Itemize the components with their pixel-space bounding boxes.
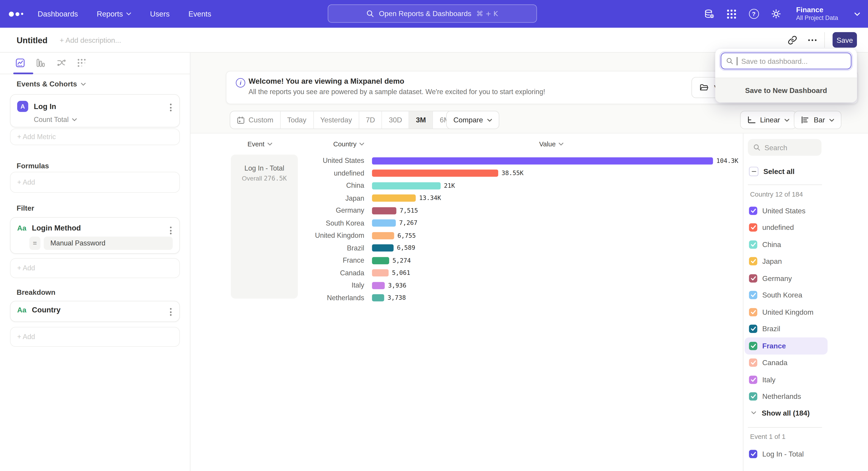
checkbox-checked[interactable] [749, 291, 757, 299]
date-range-segment[interactable]: Custom [230, 111, 281, 128]
nav-item[interactable]: Reports [97, 10, 131, 18]
checkbox-checked[interactable] [749, 392, 757, 401]
filter-list-item[interactable]: undefined [745, 219, 828, 236]
bar-category-label: China [190, 182, 364, 189]
series-search-input[interactable]: Search [748, 139, 822, 156]
bar-value-label: 5,274 [393, 257, 411, 264]
aggregation-selector[interactable]: Count Total [34, 116, 179, 123]
mixpanel-logo[interactable] [9, 11, 23, 16]
checkbox-checked[interactable] [749, 325, 757, 333]
report-title[interactable]: Untitled [17, 35, 48, 45]
events-cohorts-header[interactable]: Events & Cohorts [17, 80, 86, 88]
data-management-icon[interactable] [704, 8, 715, 19]
filter-list-item[interactable]: France [745, 337, 828, 354]
event-column-header[interactable]: Event [248, 140, 272, 148]
filter-options-kebab[interactable] [169, 226, 173, 235]
filter-list-item[interactable]: Germany [745, 270, 828, 287]
add-breakdown-button[interactable]: + Add [10, 327, 180, 347]
checkbox-checked[interactable] [749, 308, 757, 316]
add-metric-button[interactable]: + Add Metric [10, 128, 180, 145]
show-all-button[interactable]: Show all (184) [751, 406, 810, 419]
filter-list-item[interactable]: Log In - Total [745, 445, 839, 463]
checkbox-checked[interactable] [749, 359, 757, 367]
copy-link-icon[interactable] [784, 32, 800, 48]
info-icon: i [236, 78, 245, 88]
filter-list-item[interactable]: Netherlands [745, 388, 828, 405]
bar-value-label: 104.3K [716, 157, 738, 165]
select-all-row[interactable]: Select all [749, 167, 795, 176]
more-actions-button[interactable] [808, 39, 817, 41]
settings-gear-icon[interactable] [771, 8, 781, 19]
bar[interactable] [372, 195, 416, 202]
filter-list-item[interactable]: Canada [745, 354, 828, 371]
banner-subtitle: All the reports you see are powered by a… [249, 88, 545, 96]
filter-list-item[interactable]: Japan [745, 253, 828, 270]
project-switcher[interactable]: Finance All Project Data [796, 5, 838, 22]
checkbox-checked[interactable] [749, 450, 757, 458]
bar[interactable] [372, 282, 385, 289]
checkbox-checked[interactable] [749, 207, 757, 215]
country-column-header[interactable]: Country [333, 140, 364, 148]
metric-card[interactable]: A Log In Count Total [10, 94, 180, 127]
bar[interactable] [372, 207, 397, 214]
filter-card[interactable]: Aa Login Method = Manual Password [10, 217, 180, 254]
bar[interactable] [372, 244, 394, 252]
bar[interactable] [372, 170, 498, 177]
checkbox-checked[interactable] [749, 240, 757, 248]
date-range-segment[interactable]: Today [281, 111, 313, 128]
tab-funnels[interactable] [36, 58, 45, 68]
save-to-new-dashboard-button[interactable]: Save to New Dashboard [715, 78, 857, 102]
nav-item[interactable]: Dashboards [38, 10, 78, 18]
date-range-segment[interactable]: 3M [409, 111, 433, 128]
bar[interactable] [372, 219, 396, 227]
filter-list-item[interactable]: Italy [745, 371, 828, 388]
value-column-header[interactable]: Value [539, 140, 563, 148]
checkbox-indeterminate[interactable] [749, 167, 758, 176]
breakdown-card[interactable]: Aa Country [10, 301, 180, 322]
date-range-segment[interactable]: Yesterday [313, 111, 359, 128]
tab-flows[interactable] [57, 58, 66, 68]
checkbox-checked[interactable] [749, 224, 757, 232]
bar-value-label: 6,589 [397, 244, 415, 252]
help-icon[interactable]: ? [748, 8, 759, 19]
add-formula-button[interactable]: + Add [10, 172, 180, 193]
compare-button[interactable]: Compare [446, 111, 500, 129]
bar[interactable] [372, 257, 389, 264]
nav-item[interactable]: Events [188, 10, 211, 18]
chart-row: United Kingdom 6,755 [190, 229, 743, 242]
filter-list-item[interactable]: United Kingdom [745, 303, 828, 321]
bar[interactable] [372, 269, 389, 277]
metric-options-kebab[interactable] [169, 102, 173, 112]
checkbox-checked[interactable] [749, 257, 757, 266]
save-button[interactable]: Save [833, 32, 857, 48]
global-search-button[interactable]: Open Reports & Dashboards ⌘ + K [328, 4, 537, 23]
bar[interactable] [372, 232, 394, 239]
checkbox-checked[interactable] [749, 274, 757, 283]
filter-operator[interactable]: = [29, 237, 40, 250]
bar[interactable] [372, 294, 384, 301]
filter-list-item[interactable]: China [745, 236, 828, 253]
bar[interactable] [372, 182, 441, 189]
apps-grid-icon[interactable] [726, 8, 737, 19]
chevron-down-icon[interactable] [854, 12, 860, 16]
nav-item[interactable]: Users [150, 10, 169, 18]
checkbox-checked[interactable] [749, 342, 757, 350]
add-filter-button[interactable]: + Add [10, 258, 180, 278]
filter-list-item[interactable]: South Korea [745, 287, 828, 303]
filter-value[interactable]: Manual Password [43, 237, 173, 250]
save-to-dashboard-input[interactable]: Save to dashboard... [721, 53, 851, 69]
checkbox-checked[interactable] [749, 376, 757, 384]
scale-selector[interactable]: Linear [740, 111, 797, 129]
add-description-button[interactable]: + Add description... [60, 36, 121, 44]
filter-list-item[interactable]: Brazil [745, 321, 828, 337]
chart-type-selector[interactable]: Bar [794, 111, 842, 129]
tab-insights[interactable] [16, 58, 25, 68]
date-range-segment[interactable]: 30D [382, 111, 409, 128]
bar[interactable] [372, 157, 713, 165]
tab-retention[interactable] [77, 58, 86, 68]
breakdown-options-kebab[interactable] [169, 307, 173, 317]
bar-value-label: 38.55K [502, 170, 524, 177]
filter-list-item[interactable]: United States [745, 202, 828, 219]
date-range-segment[interactable]: 7D [359, 111, 382, 128]
report-type-tabs [0, 52, 190, 74]
